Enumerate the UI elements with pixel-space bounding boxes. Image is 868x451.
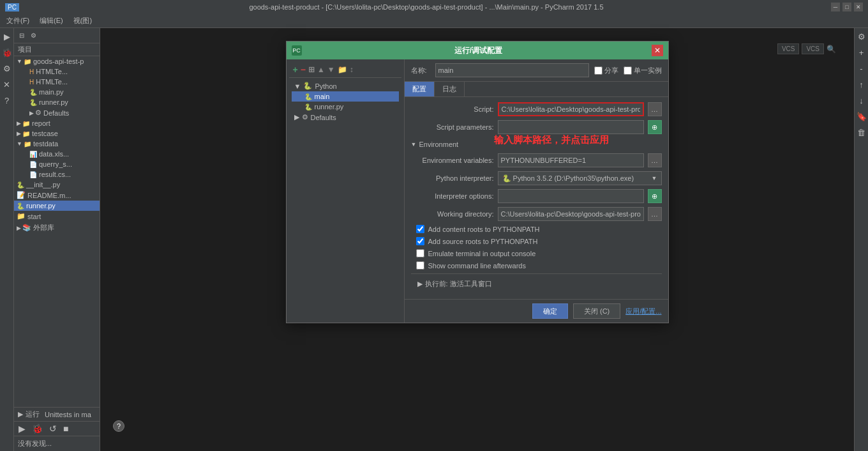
sort-btn[interactable]: ↕ (350, 65, 354, 74)
tree-runner-selected[interactable]: 🐍 runner.py (14, 201, 100, 211)
runner-py-icon: 🐍 (304, 103, 312, 111)
script-params-btn[interactable]: ⊕ (648, 120, 662, 134)
cb2-checkbox[interactable] (416, 237, 424, 245)
config-runner-item[interactable]: 🐍 runner.py (292, 102, 399, 112)
tree-testdata[interactable]: ▼ 📁 testdata (14, 139, 100, 149)
copy-config-btn[interactable]: ⊞ (308, 65, 315, 74)
tab-config[interactable]: 配置 (405, 82, 435, 96)
folder-btn[interactable]: 📁 (338, 65, 347, 74)
run-sub-label: Unittests in ma (45, 411, 91, 418)
single-checkbox[interactable] (624, 66, 632, 75)
tree-testcase[interactable]: ▶ 📁 testcase (14, 128, 100, 139)
tree-start[interactable]: 📁 start (14, 211, 100, 222)
cb4-label: Show command line afterwards (428, 262, 526, 270)
tree-init[interactable]: 🐍 __init__.py (14, 180, 100, 190)
right-icon-2[interactable]: + (858, 47, 865, 59)
cb3-row: Emulate terminal in output console (411, 249, 662, 257)
tree-testcase-label: testcase (32, 130, 58, 137)
tree-report[interactable]: ▶ 📁 report (14, 118, 100, 128)
script-row: Script: … (411, 102, 662, 116)
working-dir-input[interactable] (498, 207, 644, 221)
menu-edit[interactable]: 编辑(E) (37, 15, 66, 27)
settings-icon[interactable]: ⚙ (28, 31, 39, 40)
tree-readme[interactable]: 📝 README.m... (14, 190, 100, 201)
tree-runner-selected-label: runner.py (26, 202, 56, 210)
dialog-close-button[interactable]: ✕ (652, 45, 663, 56)
add-config-btn[interactable]: + (293, 65, 298, 75)
testcase-folder-icon: 📁 (22, 130, 30, 137)
menu-view[interactable]: 视(图) (71, 15, 94, 27)
tree-readme-label: README.m... (27, 192, 71, 199)
environment-section[interactable]: ▼ Environment (411, 138, 662, 151)
defaults-section-header[interactable]: ▶ ⚙ Defaults (292, 112, 399, 123)
interp-options-btn[interactable]: ⊕ (648, 189, 662, 203)
right-icon-4[interactable]: ↑ (858, 79, 865, 91)
main-py-icon: 🐍 (304, 93, 312, 100)
move-up-btn[interactable]: ▲ (317, 65, 325, 74)
right-icon-5[interactable]: ↓ (858, 95, 865, 107)
tool-icon-1[interactable]: ⚙ (2, 63, 12, 75)
tree-defaults[interactable]: ▶ ⚙ Defaults (14, 107, 100, 118)
cb3-checkbox[interactable] (416, 249, 424, 257)
cb1-checkbox[interactable] (416, 225, 424, 233)
run-icon-small: ▶ (18, 410, 23, 418)
tree-result[interactable]: 📄 result.cs... (14, 169, 100, 180)
tree-runner-py-label: runner.py (39, 98, 68, 106)
name-input[interactable] (435, 63, 589, 77)
python-section-header[interactable]: ▼ 🐍 Python (292, 80, 399, 91)
help-btn[interactable]: ? (113, 420, 124, 432)
script-browse-btn[interactable]: … (648, 102, 662, 116)
right-icon-6[interactable]: 🔖 (855, 111, 868, 123)
env-vars-input[interactable] (498, 153, 644, 167)
cancel-btn[interactable]: 关闭 (C) (573, 303, 620, 319)
menu-file[interactable]: 文件(F) (4, 15, 32, 27)
run-panel: ▶ 运行 Unittests in ma ▶ 🐞 ↺ ■ 没有发现... (14, 407, 100, 451)
env-vars-btn[interactable]: … (648, 153, 662, 167)
run-play-btn[interactable]: ▶ (17, 423, 27, 434)
tool-icon-2[interactable]: ✕ (2, 79, 11, 91)
right-icon-7[interactable]: 🗑 (856, 126, 867, 139)
tree-querry[interactable]: 📄 querry_s... (14, 159, 100, 169)
share-checkbox[interactable] (594, 66, 602, 75)
tree-main-py[interactable]: 🐍 main.py (14, 87, 100, 97)
script-input[interactable] (498, 102, 644, 116)
sidebar: ⊟ ⚙ 项目 ▼ 📁 goods-api-test-p H HTMLTe... … (14, 28, 100, 451)
confirm-btn[interactable]: 确定 (532, 303, 568, 319)
tree-external[interactable]: ▶ 📚 外部库 (14, 222, 100, 234)
html-icon-1: H (29, 68, 34, 75)
right-icon-3[interactable]: - (858, 63, 864, 75)
config-main-item[interactable]: 🐍 main (292, 91, 399, 102)
csv-icon-1: 📄 (29, 161, 37, 168)
defaults-section-label: Defaults (311, 114, 336, 121)
working-dir-btn[interactable]: … (648, 207, 662, 221)
right-icon-1[interactable]: ⚙ (857, 31, 867, 43)
close-button[interactable]: ✕ (854, 3, 863, 11)
tree-root[interactable]: ▼ 📁 goods-api-test-p (14, 56, 100, 66)
exec-section-header[interactable]: ▶ 执行前: 激活工具窗口 (417, 277, 655, 291)
tree-runner-py[interactable]: 🐍 runner.py (14, 97, 100, 107)
collapse-all-icon[interactable]: ⊟ (17, 31, 27, 40)
tab-log[interactable]: 日志 (435, 82, 465, 96)
script-params-input[interactable] (498, 120, 644, 134)
cb4-checkbox[interactable] (416, 261, 424, 270)
debug-icon[interactable]: 🐞 (1, 47, 13, 59)
restore-button[interactable]: □ (842, 3, 851, 11)
remove-config-btn[interactable]: − (301, 65, 306, 75)
tree-data-xls[interactable]: 📊 data.xls... (14, 149, 100, 159)
interpreter-select[interactable]: 🐍 Python 3.5.2 (D:\Python35\python.exe) … (498, 171, 662, 185)
window-controls: ─ □ ✕ (831, 3, 863, 11)
move-down-btn[interactable]: ▼ (327, 65, 335, 74)
run-rerun-btn[interactable]: ↺ (47, 423, 59, 434)
run-debug-btn[interactable]: 🐞 (30, 423, 45, 434)
interp-options-input[interactable] (498, 189, 644, 203)
tree-data-xls-label: data.xls... (39, 150, 69, 158)
tree-html-1[interactable]: H HTMLTe... (14, 66, 100, 77)
apply-link[interactable]: 应用/配置... (625, 307, 661, 316)
tool-icon-3[interactable]: ? (3, 95, 10, 107)
tree-html-2[interactable]: H HTMLTe... (14, 77, 100, 87)
run-stop-btn[interactable]: ■ (61, 423, 70, 434)
exec-section-arrow: ▶ (417, 280, 423, 288)
run-icon[interactable]: ▶ (3, 31, 11, 43)
minimize-button[interactable]: ─ (831, 3, 840, 11)
dialog-title-icon: PC (292, 45, 302, 56)
